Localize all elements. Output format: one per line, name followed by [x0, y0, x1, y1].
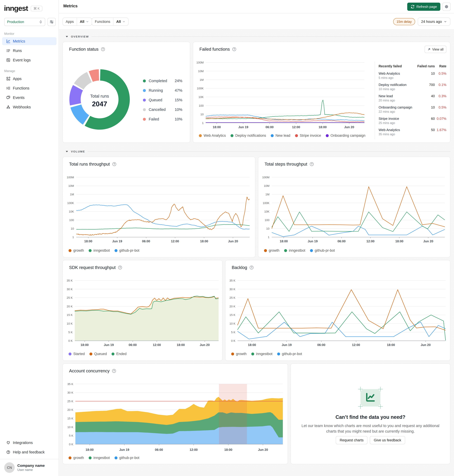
- svg-text:100: 100: [69, 219, 74, 222]
- svg-text:10M: 10M: [68, 184, 74, 188]
- svg-text:0 K: 0 K: [68, 339, 73, 343]
- svg-text:35 K: 35 K: [67, 382, 73, 386]
- svg-text:30 K: 30 K: [67, 288, 73, 291]
- svg-text:12:00: 12:00: [366, 239, 374, 243]
- svg-text:10K: 10K: [264, 210, 269, 213]
- svg-text:100M: 100M: [67, 176, 74, 179]
- svg-text:Jun 20: Jun 20: [421, 343, 431, 347]
- svg-text:Jun 20: Jun 20: [228, 239, 238, 243]
- svg-text:25 K: 25 K: [67, 296, 73, 299]
- svg-text:15 K: 15 K: [67, 313, 73, 317]
- svg-text:18:00: 18:00: [224, 448, 232, 452]
- svg-text:10M: 10M: [198, 70, 204, 73]
- svg-text:35 K: 35 K: [67, 279, 73, 282]
- svg-text:Jun 20: Jun 20: [200, 343, 210, 347]
- svg-text:100K: 100K: [263, 201, 270, 205]
- svg-text:10K: 10K: [69, 210, 74, 213]
- svg-text:12:00: 12:00: [189, 448, 197, 452]
- svg-text:35 K: 35 K: [229, 279, 235, 282]
- svg-text:12:00: 12:00: [292, 125, 300, 129]
- svg-text:18:00: 18:00: [85, 448, 93, 452]
- svg-text:Jun 20: Jun 20: [344, 125, 354, 129]
- svg-text:18:00: 18:00: [248, 343, 256, 347]
- svg-text:06:00: 06:00: [129, 343, 137, 347]
- svg-text:5 K: 5 K: [68, 331, 73, 334]
- svg-text:30 K: 30 K: [229, 288, 235, 291]
- svg-text:Jun 19: Jun 19: [104, 343, 114, 347]
- svg-text:06:00: 06:00: [142, 239, 150, 243]
- svg-text:1M: 1M: [200, 78, 204, 81]
- svg-text:15 K: 15 K: [67, 417, 73, 420]
- svg-text:Jun 20: Jun 20: [423, 239, 433, 243]
- svg-text:1: 1: [268, 235, 269, 239]
- svg-text:10 K: 10 K: [67, 322, 73, 325]
- svg-text:25 K: 25 K: [67, 400, 73, 403]
- svg-text:100M: 100M: [262, 176, 269, 179]
- svg-text:06:00: 06:00: [338, 239, 346, 243]
- svg-text:18:00: 18:00: [387, 343, 395, 347]
- svg-text:10: 10: [266, 227, 269, 230]
- svg-text:18:00: 18:00: [84, 239, 92, 243]
- svg-text:2047: 2047: [92, 100, 107, 108]
- svg-text:18:00: 18:00: [177, 343, 185, 347]
- svg-text:100K: 100K: [67, 201, 74, 205]
- svg-text:20 K: 20 K: [67, 408, 73, 411]
- svg-text:20 K: 20 K: [229, 305, 235, 308]
- svg-text:18:00: 18:00: [318, 125, 326, 129]
- svg-text:Total runs: Total runs: [90, 94, 109, 99]
- svg-text:12:00: 12:00: [153, 343, 161, 347]
- svg-text:25 K: 25 K: [229, 296, 235, 299]
- svg-text:100M: 100M: [197, 61, 204, 64]
- svg-text:10: 10: [200, 113, 204, 116]
- svg-text:18:00: 18:00: [81, 343, 89, 347]
- svg-text:10: 10: [71, 227, 74, 230]
- svg-text:0 K: 0 K: [69, 443, 73, 446]
- svg-text:Jun 19: Jun 19: [112, 239, 122, 243]
- svg-text:1: 1: [72, 235, 74, 239]
- svg-text:06:00: 06:00: [265, 125, 273, 129]
- svg-text:10 K: 10 K: [67, 425, 73, 429]
- svg-text:06:00: 06:00: [317, 343, 325, 347]
- svg-text:30 K: 30 K: [67, 391, 73, 394]
- svg-text:1M: 1M: [70, 193, 74, 196]
- svg-text:1: 1: [202, 121, 204, 125]
- svg-text:18:00: 18:00: [280, 239, 288, 243]
- svg-text:100K: 100K: [197, 87, 204, 90]
- svg-text:Jun 19: Jun 19: [238, 125, 248, 129]
- svg-text:5 K: 5 K: [231, 331, 235, 334]
- svg-text:06:00: 06:00: [155, 448, 163, 452]
- svg-text:100: 100: [265, 219, 269, 222]
- svg-text:10M: 10M: [264, 184, 269, 188]
- svg-text:5 K: 5 K: [69, 434, 73, 437]
- svg-text:12:00: 12:00: [171, 239, 179, 243]
- svg-text:Jun 20: Jun 20: [258, 448, 268, 452]
- svg-text:10K: 10K: [198, 95, 204, 99]
- svg-text:12:00: 12:00: [352, 343, 360, 347]
- svg-text:100: 100: [199, 104, 204, 107]
- svg-text:1M: 1M: [265, 193, 269, 196]
- svg-text:15 K: 15 K: [229, 313, 235, 317]
- svg-text:18:00: 18:00: [200, 239, 208, 243]
- svg-text:20 K: 20 K: [67, 305, 73, 308]
- svg-text:18:00: 18:00: [213, 125, 221, 129]
- svg-text:Jun 19: Jun 19: [308, 239, 318, 243]
- svg-text:0 K: 0 K: [231, 339, 235, 343]
- svg-text:Jun 19: Jun 19: [282, 343, 292, 347]
- svg-text:18:00: 18:00: [395, 239, 403, 243]
- svg-text:Jun 19: Jun 19: [119, 448, 129, 452]
- svg-text:10 K: 10 K: [229, 322, 235, 325]
